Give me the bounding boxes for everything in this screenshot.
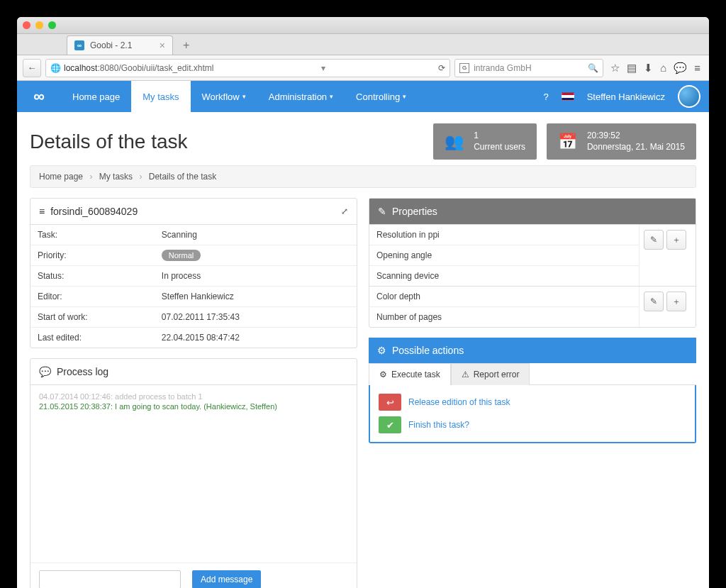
app-header: ∞ Home page My tasks Workflow▾ Administr… <box>17 81 709 112</box>
users-icon: 👥 <box>445 133 464 151</box>
finish-link[interactable]: Finish this task? <box>408 420 469 430</box>
label-task: Task: <box>30 225 155 245</box>
chevron-down-icon: ▾ <box>330 93 333 100</box>
value-start: 07.02.2011 17:35:43 <box>155 307 357 328</box>
language-flag-icon[interactable] <box>562 92 574 101</box>
message-row: Add message <box>30 562 357 588</box>
titlebar <box>17 17 709 34</box>
edit-property-button[interactable]: ✎ <box>644 230 664 250</box>
avatar[interactable] <box>678 85 700 108</box>
value-task: Scanning <box>155 225 357 245</box>
task-panel-header: ≡ forsindi_600894029 ⤢ <box>30 199 357 225</box>
username[interactable]: Steffen Hankiewicz <box>587 91 665 102</box>
tab-execute[interactable]: ⚙Execute task <box>369 363 451 385</box>
add-property-button[interactable]: ＋ <box>666 292 686 311</box>
check-icon[interactable]: ✔ <box>379 416 401 433</box>
url-bar[interactable]: 🌐 localhost:8080/Goobi/uii/task_edit.xht… <box>45 59 450 77</box>
chevron-down-icon: ▾ <box>242 93 246 100</box>
users-label: Current users <box>474 142 525 153</box>
browser-window: ∞ Goobi - 2.1 × + ← 🌐 localhost:8080/Goo… <box>17 17 709 588</box>
breadcrumb-mytasks[interactable]: My tasks <box>99 172 133 182</box>
label-start: Start of work: <box>30 307 155 328</box>
reload-icon[interactable]: ⟳ <box>438 63 445 73</box>
browser-toolbar: ← 🌐 localhost:8080/Goobi/uii/task_edit.x… <box>17 55 709 81</box>
search-engine-icon: G <box>459 63 469 73</box>
calendar-icon: 📅 <box>558 133 577 151</box>
processlog-panel: 💬 Process log 04.07.2014 00:12:46: added… <box>30 358 357 588</box>
add-message-button[interactable]: Add message <box>192 570 261 588</box>
nav-mytasks[interactable]: My tasks <box>131 81 190 112</box>
minimize-window-button[interactable] <box>35 21 43 29</box>
url-host: localhost <box>64 63 97 73</box>
star-icon[interactable]: ☆ <box>610 62 620 74</box>
possible-actions-title: Possible actions <box>392 345 464 356</box>
favicon-icon: ∞ <box>74 40 84 50</box>
new-tab-button[interactable]: + <box>177 36 195 55</box>
app-logo[interactable]: ∞ <box>17 81 61 112</box>
tab-report-error[interactable]: ⚠Report error <box>451 363 530 385</box>
back-button[interactable]: ← <box>23 59 41 77</box>
tab-strip: ∞ Goobi - 2.1 × + <box>17 34 709 55</box>
breadcrumb: Home page › My tasks › Details of the ta… <box>30 165 696 188</box>
task-panel-title: forsindi_600894029 <box>50 206 138 217</box>
gear-icon: ⚙ <box>377 345 386 356</box>
content: Details of the task 👥 1 Current users 📅 … <box>17 112 709 588</box>
processlog-title: Process log <box>57 366 108 377</box>
page-header: Details of the task 👥 1 Current users 📅 … <box>30 123 696 160</box>
main-nav: Home page My tasks Workflow▾ Administrat… <box>61 81 418 112</box>
library-icon[interactable]: ▤ <box>627 62 637 74</box>
priority-badge: Normal <box>162 250 201 261</box>
browser-tab[interactable]: ∞ Goobi - 2.1 × <box>67 35 173 55</box>
nav-controlling[interactable]: Controlling▾ <box>345 81 418 112</box>
datetime-infobox: 📅 20:39:52 Donnerstag, 21. Mai 2015 <box>547 123 696 160</box>
undo-icon[interactable]: ↩ <box>379 394 401 411</box>
value-edited: 22.04.2015 08:47:42 <box>155 328 357 348</box>
value-status: In process <box>155 266 357 287</box>
nav-home[interactable]: Home page <box>61 81 131 112</box>
property-group-1: Resolution in ppi Opening angle Scanning… <box>369 225 696 287</box>
label-priority: Priority: <box>30 245 155 266</box>
toolbar-icons: ☆ ▤ ⬇ ⌂ 💬 ≡ <box>608 62 703 74</box>
warning-icon: ⚠ <box>462 370 469 379</box>
value-priority: Normal <box>155 245 357 266</box>
reader-icon[interactable]: ▾ <box>321 63 325 73</box>
action-tabs: ⚙Execute task ⚠Report error <box>369 363 696 385</box>
comment-icon: 💬 <box>39 366 51 377</box>
close-window-button[interactable] <box>23 21 30 29</box>
expand-icon[interactable]: ⤢ <box>341 206 348 216</box>
add-property-button[interactable]: ＋ <box>666 230 686 250</box>
menu-icon[interactable]: ≡ <box>694 62 700 74</box>
search-placeholder: intranda GmbH <box>474 63 531 73</box>
close-tab-icon[interactable]: × <box>160 40 165 51</box>
search-bar[interactable]: G intranda GmbH 🔍 <box>454 59 603 77</box>
prop-pages: Number of pages <box>369 306 639 327</box>
breadcrumb-home[interactable]: Home page <box>39 172 83 182</box>
chevron-down-icon: ▾ <box>403 93 406 100</box>
home-icon[interactable]: ⌂ <box>660 62 666 74</box>
prop-opening-angle: Opening angle <box>369 245 639 265</box>
log-entry-1: 04.07.2014 00:12:46: added process to ba… <box>39 392 348 401</box>
help-icon[interactable]: ? <box>543 91 548 102</box>
nav-administration[interactable]: Administration▾ <box>257 81 345 112</box>
nav-workflow[interactable]: Workflow▾ <box>191 81 257 112</box>
breadcrumb-current: Details of the task <box>149 172 216 182</box>
edit-property-button[interactable]: ✎ <box>644 292 664 311</box>
message-input[interactable] <box>39 570 181 588</box>
properties-header: ✎ Properties <box>369 199 696 225</box>
label-status: Status: <box>30 266 155 287</box>
release-link[interactable]: Release edition of this task <box>408 397 510 407</box>
action-release: ↩ Release edition of this task <box>379 394 686 411</box>
chat-icon[interactable]: 💬 <box>674 62 687 74</box>
page-title: Details of the task <box>30 131 423 153</box>
tab-title: Goobi - 2.1 <box>90 40 132 50</box>
globe-icon: 🌐 <box>50 63 61 73</box>
value-editor: Steffen Hankiewicz <box>155 287 357 307</box>
list-icon: ≡ <box>39 206 45 217</box>
property-group-2: Color depth Number of pages ✎ ＋ <box>369 287 696 327</box>
maximize-window-button[interactable] <box>48 21 56 29</box>
processlog-body: 04.07.2014 00:12:46: added process to ba… <box>30 385 357 562</box>
users-count: 1 <box>474 131 525 142</box>
label-edited: Last edited: <box>30 328 155 348</box>
log-entry-2: 21.05.2015 20:38:37: I am going to scan … <box>39 402 348 411</box>
download-icon[interactable]: ⬇ <box>644 62 653 74</box>
